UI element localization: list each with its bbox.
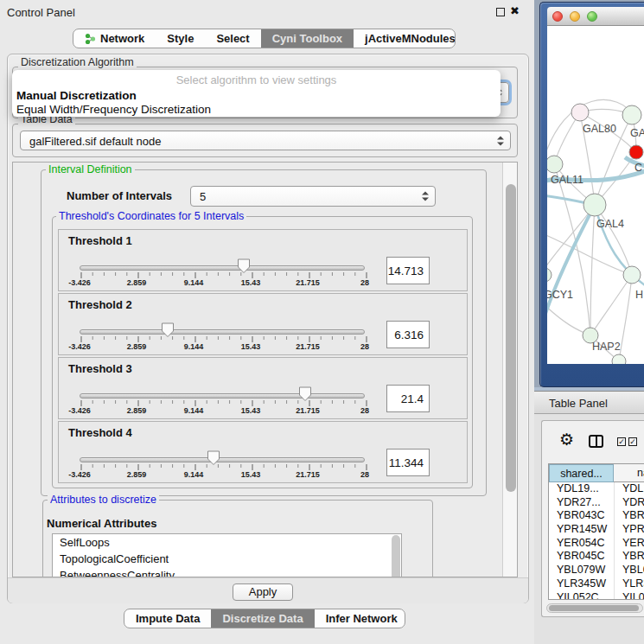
attribute-item-betweennesscentrality[interactable]: BetweennessCentrality — [53, 567, 401, 577]
slider-thumb[interactable] — [237, 258, 251, 274]
table-data-combobox[interactable]: galFiltered.sif default node — [20, 131, 511, 150]
table-row[interactable]: YDR27...YDR2 — [549, 496, 644, 510]
cell-shared-name[interactable]: YLR345W — [557, 577, 606, 591]
combo-arrows-icon[interactable] — [497, 136, 504, 145]
checkbox-icon[interactable] — [628, 437, 637, 446]
cell-shared-name[interactable]: YDL19... — [557, 482, 599, 496]
table-row[interactable]: YBR045CYBR0 — [549, 550, 644, 564]
dropdown-option-equal-width-frequency-discretization[interactable]: Equal Width/Frequency Discretization — [16, 103, 211, 116]
tick-label: 2.859 — [127, 342, 147, 351]
attribute-item-topologicalcoefficient[interactable]: TopologicalCoefficient — [53, 551, 401, 567]
slider-track[interactable] — [80, 329, 365, 335]
table-panel-inner: shared... na YDL19...YDL1YDR27...YDR2YBR… — [541, 420, 644, 617]
slider-ticks — [80, 400, 367, 408]
numerical-attributes-list[interactable]: SelfLoopsTopologicalCoefficientBetweenne… — [52, 533, 402, 577]
cell-name[interactable]: YDL1 — [622, 482, 644, 496]
cell-shared-name[interactable]: YPR145W — [557, 523, 607, 537]
tick-label: 9.144 — [184, 470, 204, 479]
threshold-panel-1: Threshold 1-3.4262.8599.14415.4321.71528 — [58, 229, 468, 291]
table-row[interactable]: YBR043CYBR0 — [549, 509, 644, 523]
cell-name[interactable]: YIL0 — [622, 591, 644, 601]
slider-track[interactable] — [80, 457, 365, 462]
network-node[interactable] — [612, 354, 626, 364]
column-header-name[interactable]: na — [614, 464, 644, 482]
network-node[interactable] — [547, 268, 552, 282]
slider-track[interactable] — [80, 265, 365, 271]
table-row[interactable]: YER054CYER0 — [549, 537, 644, 551]
apply-button[interactable]: Apply — [233, 583, 293, 601]
tick-label: 15.43 — [241, 470, 261, 479]
network-node[interactable] — [629, 145, 643, 159]
gear-icon[interactable] — [559, 431, 574, 448]
network-node[interactable] — [547, 156, 563, 173]
number-of-intervals-combobox[interactable]: 5 — [190, 186, 436, 207]
threshold-value-field[interactable] — [386, 321, 430, 348]
cell-shared-name[interactable]: YDR27... — [557, 496, 601, 510]
cell-name[interactable]: YLR3 — [622, 577, 644, 591]
threshold-value-field[interactable] — [386, 385, 430, 412]
tab-discretize-data[interactable]: Discretize Data — [211, 609, 314, 628]
tab-select[interactable]: Select — [205, 29, 260, 48]
cell-name[interactable]: YBL0 — [622, 564, 644, 577]
cell-name[interactable]: YBR0 — [622, 509, 644, 523]
tab-cyni-toolbox[interactable]: Cyni Toolbox — [261, 29, 354, 48]
network-node[interactable] — [623, 266, 641, 284]
column-header-shared-name[interactable]: shared... — [549, 464, 614, 482]
node-label: H — [635, 289, 643, 301]
tab-jactivemnodules[interactable]: jActiveMNodules — [354, 29, 456, 48]
combo-arrows-icon[interactable] — [422, 192, 429, 201]
tab-infer-network[interactable]: Infer Network — [315, 609, 405, 628]
close-window-icon[interactable] — [552, 11, 563, 22]
dropdown-option-manual-discretization[interactable]: Manual Discretization — [16, 89, 137, 102]
network-node[interactable] — [622, 105, 641, 124]
number-of-intervals-value: 5 — [200, 190, 206, 203]
threshold-value-field[interactable] — [386, 257, 430, 284]
table-rows: YDL19...YDL1YDR27...YDR2YBR043CYBR0YPR14… — [549, 482, 644, 600]
list-scrollbar-thumb[interactable] — [392, 535, 400, 577]
vertical-scrollbar[interactable] — [502, 163, 518, 577]
cell-name[interactable]: YBR0 — [622, 550, 644, 564]
cell-shared-name[interactable]: YBR045C — [557, 550, 605, 564]
tab-impute-data[interactable]: Impute Data — [124, 609, 211, 628]
float-window-icon[interactable] — [496, 8, 505, 16]
network-node[interactable] — [583, 194, 606, 216]
cell-shared-name[interactable]: YER054C — [557, 537, 605, 551]
tab-label: Network — [100, 32, 144, 45]
slider-thumb[interactable] — [161, 322, 175, 338]
table-row[interactable]: YLR345WYLR3 — [549, 577, 644, 591]
cell-name[interactable]: YPR1 — [622, 523, 644, 537]
screen: Control Panel NetworkStyleSelectCyni Too… — [0, 0, 644, 644]
threshold-value-field[interactable] — [386, 449, 430, 476]
close-icon[interactable] — [510, 4, 522, 18]
node-label: GAL11 — [551, 174, 583, 186]
table-row[interactable]: YIL052CYIL0 — [549, 591, 644, 601]
cell-shared-name[interactable]: YIL052C — [557, 591, 599, 601]
right-region: GAL80GACGAL11GAL4GCY1HHAP2 Table Panel s… — [534, 0, 644, 644]
network-node[interactable] — [571, 104, 589, 121]
vertical-scrollbar-thumb[interactable] — [506, 184, 516, 492]
tab-style[interactable]: Style — [156, 29, 205, 48]
tick-label: 9.144 — [184, 342, 204, 351]
tick-label: 21.715 — [296, 470, 320, 479]
tab-network[interactable]: Network — [73, 29, 156, 48]
slider-thumb[interactable] — [298, 386, 312, 402]
cell-shared-name[interactable]: YBR043C — [557, 509, 605, 523]
table-data-value: galFiltered.sif default node — [29, 134, 161, 147]
attribute-item-selfloops[interactable]: SelfLoops — [53, 534, 401, 551]
table-header-row: shared... na — [549, 464, 644, 482]
network-canvas[interactable]: GAL80GACGAL11GAL4GCY1HHAP2 — [547, 26, 644, 364]
checkbox-icon[interactable] — [617, 437, 626, 446]
zoom-window-icon[interactable] — [587, 11, 597, 22]
table-row[interactable]: YDL19...YDL1 — [549, 482, 644, 496]
table-row[interactable]: YPR145WYPR1 — [549, 523, 644, 537]
minimize-window-icon[interactable] — [570, 11, 580, 22]
table-row[interactable]: YBL079WYBL0 — [549, 564, 644, 577]
horizontal-scrollbar-thumb[interactable] — [549, 605, 639, 611]
horizontal-scrollbar[interactable] — [546, 603, 643, 613]
slider-thumb[interactable] — [207, 450, 220, 466]
slider-track[interactable] — [80, 393, 365, 399]
column-split-icon[interactable] — [589, 435, 603, 448]
cell-name[interactable]: YER0 — [622, 537, 644, 551]
cell-name[interactable]: YDR2 — [622, 496, 644, 510]
cell-shared-name[interactable]: YBL079W — [557, 564, 605, 577]
